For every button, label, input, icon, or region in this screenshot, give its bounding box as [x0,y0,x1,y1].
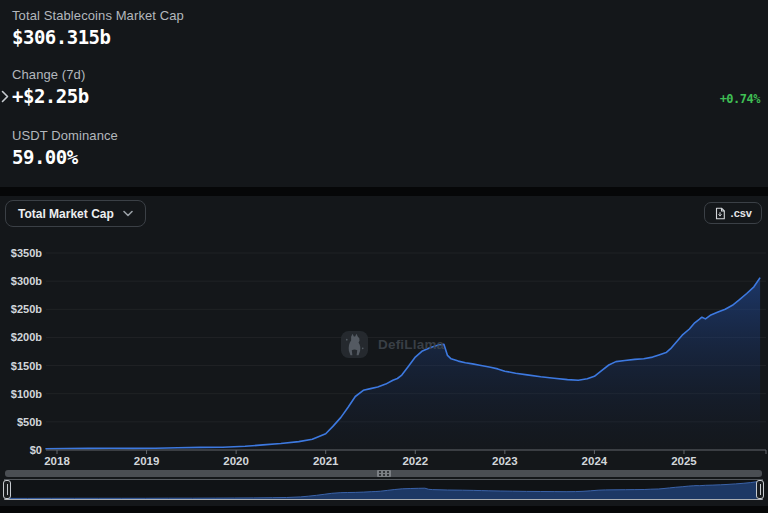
x-axis-label: 2022 [402,455,428,467]
stat-usdt-dominance: USDT Dominance 59.00% [12,128,118,168]
brush-handle-left[interactable] [3,480,11,499]
stats-panel: Total Stablecoins Market Cap $306.315b C… [0,0,768,187]
chevron-right-icon[interactable] [1,90,9,103]
y-axis-label: $250b [11,303,42,315]
x-axis-label: 2023 [492,455,518,467]
stat-total-market-cap: Total Stablecoins Market Cap $306.315b [12,8,184,48]
y-axis-label: $100b [11,388,42,400]
stat-usdt-dominance-label: USDT Dominance [12,128,118,143]
brush-mini-chart [5,480,762,499]
stat-usdt-dominance-value: 59.00% [12,146,118,168]
scrollbar-grip-icon[interactable] [377,470,391,477]
x-axis-label: 2019 [134,455,160,467]
x-axis-label: 2020 [223,455,249,467]
download-csv-button[interactable]: .csv [704,202,762,224]
y-axis-label: $150b [11,360,42,372]
stat-change-7d: Change (7d) +$2.25b [12,67,89,107]
chart-range-brush[interactable] [4,479,763,500]
brush-handle-right[interactable] [756,480,764,499]
y-axis-label: $300b [11,275,42,287]
y-axis-label: $50b [17,416,42,428]
stablecoins-area-chart[interactable]: $0$50b$100b$150b$200b$250b$300b$350b2018… [0,245,768,469]
y-axis-label: $350b [11,247,42,259]
y-axis-label: $200b [11,331,42,343]
chart-panel: Total Market Cap .csv $0$50b$100b$150b$2… [0,196,768,506]
x-axis-label: 2021 [313,455,339,467]
x-axis-label: 2018 [44,455,70,467]
chart-type-dropdown[interactable]: Total Market Cap [5,200,146,227]
stat-change-7d-label: Change (7d) [12,67,89,82]
y-axis-label: $0 [30,444,42,456]
download-csv-label: .csv [731,207,752,219]
chevron-down-icon [123,210,133,217]
x-axis-label: 2024 [582,455,608,467]
chart-type-dropdown-label: Total Market Cap [18,207,114,221]
defillama-stablecoins-page: Total Stablecoins Market Cap $306.315b C… [0,0,768,513]
stat-total-market-cap-value: $306.315b [12,26,184,48]
chart-area-fill [45,278,760,450]
chart-horizontal-scrollbar[interactable] [5,470,762,477]
stat-change-7d-value: +$2.25b [12,85,89,107]
stat-total-market-cap-label: Total Stablecoins Market Cap [12,8,184,23]
x-axis-label: 2025 [671,455,697,467]
file-download-icon [714,207,726,220]
stat-change-7d-percent: +0.74% [720,92,760,106]
brush-area-fill [6,482,757,499]
